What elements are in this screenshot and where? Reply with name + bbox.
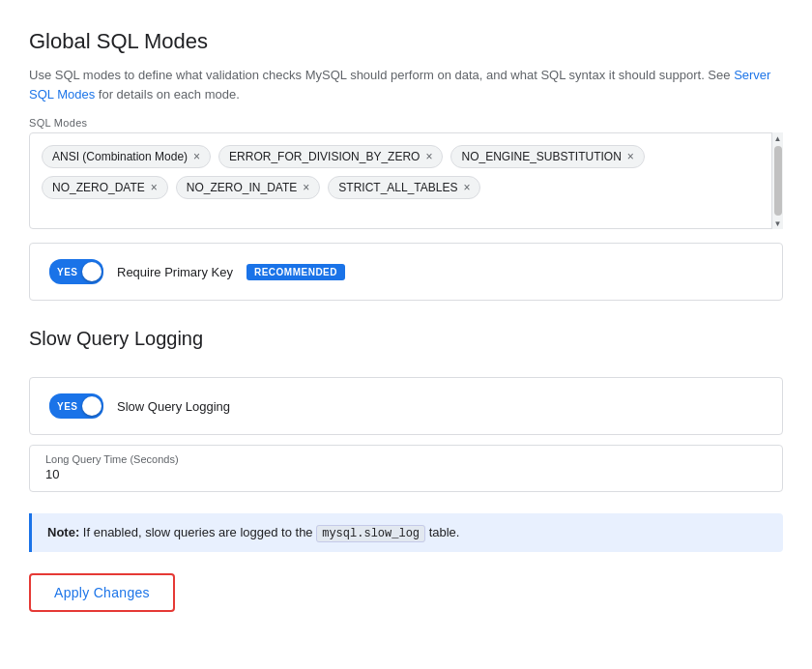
note-text-2: table. (425, 525, 459, 539)
scrollbar-track (774, 146, 782, 216)
long-query-time-value: 10 (45, 467, 767, 481)
slow-query-toggle-row: YES Slow Query Logging (49, 393, 763, 419)
chip-remove-efdbz[interactable]: × (425, 151, 432, 162)
sql-mode-chip-efdbz: ERROR_FOR_DIVISION_BY_ZERO× (218, 145, 443, 168)
note-bold: Note: (47, 525, 79, 539)
chip-remove-nes[interactable]: × (627, 151, 634, 162)
sql-mode-chip-nes: NO_ENGINE_SUBSTITUTION× (450, 145, 644, 168)
recommended-badge: RECOMMENDED (246, 264, 345, 280)
slow-query-cards: YES Slow Query Logging Long Query Time (… (29, 364, 783, 552)
slow-query-toggle-pill[interactable]: YES (49, 393, 103, 419)
slow-query-section-title: Slow Query Logging (29, 328, 783, 350)
page-title: Global SQL Modes (29, 29, 783, 54)
toggle-yes-label: YES (57, 267, 78, 277)
chip-label-ansi: ANSI (Combination Mode) (52, 150, 188, 163)
page-description: Use SQL modes to define what validation … (29, 66, 783, 103)
chip-label-nes: NO_ENGINE_SUBSTITUTION (461, 150, 621, 163)
slow-query-toggle-card: YES Slow Query Logging (29, 377, 783, 435)
sql-mode-chip-ansi: ANSI (Combination Mode)× (42, 145, 211, 168)
sql-modes-box: ANSI (Combination Mode)×ERROR_FOR_DIVISI… (29, 132, 783, 229)
chip-remove-nzd[interactable]: × (151, 182, 158, 193)
note-code: mysql.slow_log (316, 525, 425, 542)
sql-modes-wrapper: ANSI (Combination Mode)×ERROR_FOR_DIVISI… (29, 132, 783, 229)
slow-query-toggle-label: Slow Query Logging (117, 399, 230, 414)
description-text-1: Use SQL modes to define what validation … (29, 68, 734, 82)
toggle-pill-on[interactable]: YES (49, 259, 103, 284)
slow-query-note: Note: If enabled, slow queries are logge… (29, 513, 783, 552)
require-primary-key-label: Require Primary Key (117, 265, 233, 279)
note-text-1: If enabled, slow queries are logged to t… (79, 525, 316, 539)
sql-modes-label: SQL Modes (29, 117, 783, 129)
chip-label-nzd: NO_ZERO_DATE (52, 181, 145, 194)
description-text-2: for details on each mode. (95, 87, 240, 102)
slow-query-toggle[interactable]: YES (49, 393, 103, 419)
chip-remove-ansi[interactable]: × (193, 151, 200, 162)
require-primary-key-row: YES Require Primary Key RECOMMENDED (49, 259, 763, 284)
require-primary-key-card: YES Require Primary Key RECOMMENDED (29, 243, 783, 301)
long-query-time-label: Long Query Time (Seconds) (45, 453, 767, 465)
sql-mode-chip-nzd: NO_ZERO_DATE× (42, 176, 168, 199)
slow-query-toggle-knob (82, 396, 102, 416)
toggle-knob (82, 262, 102, 281)
chip-label-efdbz: ERROR_FOR_DIVISION_BY_ZERO (229, 150, 420, 163)
long-query-time-card: Long Query Time (Seconds) 10 (29, 445, 783, 492)
apply-changes-button[interactable]: Apply Changes (29, 573, 175, 612)
scroll-up-arrow[interactable]: ▲ (772, 132, 784, 144)
sql-mode-chip-sat: STRICT_ALL_TABLES× (328, 176, 480, 199)
chip-label-nzid: NO_ZERO_IN_DATE (187, 181, 297, 194)
scrollbar[interactable]: ▲ ▼ (771, 132, 783, 229)
sql-mode-chip-nzid: NO_ZERO_IN_DATE× (176, 176, 320, 199)
require-primary-key-toggle[interactable]: YES (49, 259, 103, 284)
scroll-down-arrow[interactable]: ▼ (772, 218, 784, 229)
chip-remove-nzid[interactable]: × (303, 182, 309, 193)
chip-label-sat: STRICT_ALL_TABLES (338, 181, 457, 194)
chip-remove-sat[interactable]: × (463, 182, 470, 193)
slow-query-toggle-yes-label: YES (57, 401, 78, 412)
